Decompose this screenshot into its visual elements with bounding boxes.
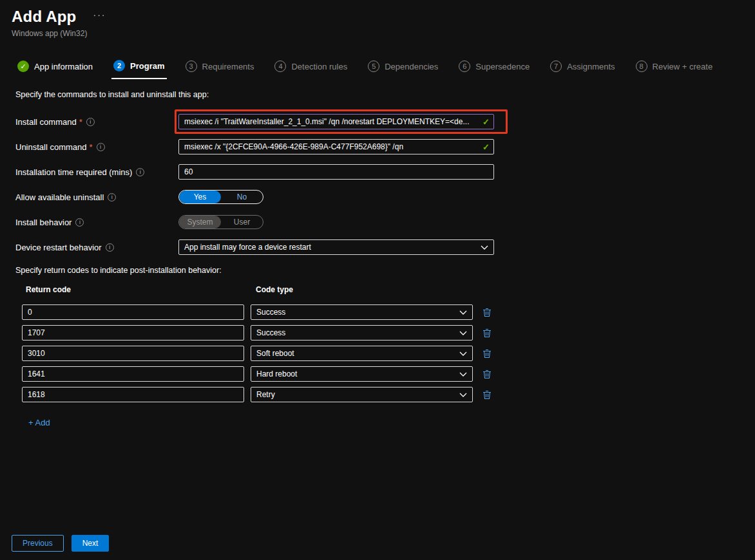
return-code-input[interactable] [22, 346, 244, 361]
wizard-footer: Previous Next [12, 535, 109, 552]
code-type-value: Success [256, 328, 285, 337]
install-time-label-cell: Installation time required (mins) i [15, 167, 178, 177]
code-type-value: Soft reboot [256, 349, 294, 358]
code-type-select[interactable]: Success [251, 304, 473, 320]
wizard-steps: ✓ App information 2 Program 3 Requiremen… [15, 60, 755, 79]
trash-icon [483, 390, 492, 400]
install-behavior-toggle: System User [178, 215, 263, 229]
chevron-down-icon [481, 245, 488, 250]
tab-label: Supersedence [475, 62, 530, 71]
column-header-return-code: Return code [22, 285, 251, 294]
step-number-icon: 7 [550, 61, 562, 72]
chevron-down-icon [459, 372, 467, 377]
previous-button[interactable]: Previous [12, 535, 64, 552]
page-header: Add App ··· Windows app (Win32) [0, 0, 755, 38]
delete-row-button[interactable] [481, 389, 493, 401]
return-code-input[interactable] [22, 366, 244, 382]
tab-review-create[interactable]: 8 Review + create [634, 60, 715, 79]
toggle-option-user: User [221, 216, 263, 229]
tab-label: Program [130, 61, 164, 71]
tab-supersedence[interactable]: 6 Supersedence [457, 60, 531, 79]
toggle-option-yes[interactable]: Yes [179, 191, 221, 203]
install-command-input[interactable] [178, 114, 494, 129]
trash-icon [483, 328, 492, 338]
delete-row-button[interactable] [481, 306, 493, 319]
info-icon[interactable]: i [86, 118, 95, 126]
install-behavior-label-cell: Install behavior i [15, 218, 178, 227]
chevron-down-icon [459, 351, 467, 356]
step-number-icon: 6 [459, 61, 470, 72]
step-number-icon: 8 [636, 61, 647, 72]
install-time-label: Installation time required (mins) [15, 167, 132, 177]
info-icon[interactable]: i [97, 143, 105, 151]
column-header-code-type: Code type [251, 285, 293, 294]
tab-label: Dependencies [385, 62, 438, 71]
return-code-row: Hard reboot [22, 366, 755, 382]
next-button[interactable]: Next [72, 535, 110, 552]
tab-program[interactable]: 2 Program [111, 60, 166, 79]
device-restart-select[interactable]: App install may force a device restart [178, 239, 494, 255]
tab-assignments[interactable]: 7 Assignments [548, 60, 616, 79]
allow-uninstall-toggle[interactable]: Yes No [178, 190, 263, 204]
trash-icon [483, 308, 492, 317]
step-number-icon: 4 [274, 61, 286, 72]
install-behavior-row: Install behavior i System User [15, 214, 755, 230]
code-type-select[interactable]: Retry [251, 387, 473, 402]
return-code-row: Retry [22, 387, 755, 402]
info-icon[interactable]: i [108, 193, 116, 201]
return-codes-table: Return code Code type Success Suc [22, 285, 755, 428]
delete-row-button[interactable] [481, 348, 493, 360]
device-restart-label-cell: Device restart behavior i [15, 243, 178, 252]
device-restart-label: Device restart behavior [15, 243, 102, 252]
code-type-value: Hard reboot [256, 369, 297, 378]
tab-requirements[interactable]: 3 Requirements [184, 60, 256, 79]
code-type-select[interactable]: Soft reboot [251, 346, 473, 361]
uninstall-command-control: ✓ [178, 139, 494, 154]
tab-app-information[interactable]: ✓ App information [15, 60, 95, 79]
tab-detection-rules[interactable]: 4 Detection rules [272, 60, 349, 79]
return-code-input[interactable] [22, 387, 244, 402]
trash-icon [483, 369, 492, 379]
add-return-code-link[interactable]: + Add [28, 418, 50, 427]
page-title: Add App [12, 8, 76, 26]
delete-row-button[interactable] [481, 327, 493, 339]
toggle-option-no[interactable]: No [221, 191, 263, 203]
chevron-down-icon [459, 331, 467, 335]
uninstall-command-row: Uninstall command * i ✓ [15, 139, 755, 154]
info-icon[interactable]: i [136, 168, 144, 176]
install-command-label-cell: Install command * i [15, 117, 178, 127]
install-time-input[interactable] [178, 164, 494, 180]
tab-label: App information [34, 62, 93, 71]
delete-row-button[interactable] [481, 368, 493, 380]
more-options-icon[interactable]: ··· [93, 10, 106, 20]
return-code-row: Success [22, 325, 755, 341]
step-number-icon: 3 [186, 61, 197, 72]
info-icon[interactable]: i [106, 243, 114, 252]
program-form: Install command * i ✓ Uninstall command … [15, 114, 755, 255]
required-asterisk: * [79, 117, 82, 127]
allow-uninstall-label: Allow available uninstall [15, 192, 104, 202]
step-complete-check-icon: ✓ [17, 61, 29, 72]
chevron-down-icon [459, 310, 467, 315]
commands-section-heading: Specify the commands to install and unin… [15, 90, 755, 99]
info-icon[interactable]: i [75, 218, 84, 227]
return-code-row: Success [22, 304, 755, 320]
allow-uninstall-row: Allow available uninstall i Yes No [15, 189, 755, 205]
step-number-icon: 2 [113, 60, 125, 71]
return-code-input[interactable] [22, 304, 244, 320]
device-restart-row: Device restart behavior i App install ma… [15, 239, 755, 255]
add-app-page: Add App ··· Windows app (Win32) ✓ App in… [0, 0, 755, 560]
code-type-value: Success [256, 308, 285, 317]
install-time-row: Installation time required (mins) i [15, 164, 755, 180]
code-type-select[interactable]: Hard reboot [251, 366, 473, 382]
install-command-row: Install command * i ✓ [15, 114, 755, 129]
code-type-select[interactable]: Success [251, 325, 473, 341]
valid-check-icon: ✓ [483, 142, 490, 152]
tab-dependencies[interactable]: 5 Dependencies [366, 60, 440, 79]
tab-label: Review + create [653, 62, 713, 71]
uninstall-command-input[interactable] [178, 139, 494, 154]
return-code-input[interactable] [22, 325, 244, 341]
return-codes-header: Return code Code type [22, 285, 755, 294]
install-command-control: ✓ [178, 114, 494, 129]
toggle-option-system: System [179, 216, 221, 229]
